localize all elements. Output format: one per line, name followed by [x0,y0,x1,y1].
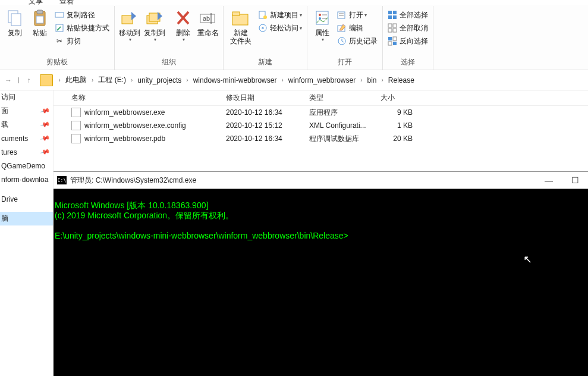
svg-rect-33 [393,29,397,32]
edit-button[interactable]: 编辑 [335,21,380,35]
file-row[interactable]: winform_webbrowser.exe.config 2020-10-12… [54,119,588,132]
tab-share[interactable]: 文享 [29,0,43,7]
svg-rect-34 [388,37,392,40]
copy-to-icon [145,8,164,27]
edit-icon [337,23,347,33]
svg-rect-3 [37,10,43,14]
shortcut-icon [55,23,64,33]
col-type[interactable]: 类型 [304,93,376,103]
minimize-button[interactable]: — [536,171,562,189]
pin-icon: 📌 [40,146,51,157]
ribbon-group-organize: 移动到▾ 复制到▾ 删除▾ ab 重命名 组织 [115,6,224,70]
open-icon [337,10,347,20]
svg-rect-4 [36,16,43,23]
svg-rect-26 [388,11,392,14]
paste-button[interactable]: 粘贴 [27,7,52,37]
cmd-line: (c) 2019 Microsoft Corporation。保留所有权利。 [55,211,587,221]
svg-rect-7 [122,15,133,24]
copy-icon [5,8,24,27]
nav-up-button[interactable]: ↑ [22,73,36,87]
column-headers[interactable]: 名称 修改日期 类型 大小 [54,90,588,106]
history-button[interactable]: 历史记录 [335,35,380,48]
cmd-body[interactable]: Microsoft Windows [版本 10.0.18363.900](c)… [54,189,588,376]
exe-icon [71,108,81,117]
svg-point-19 [319,14,321,16]
sidebar-item[interactable]: 面📌 [0,104,53,118]
sidebar-item-selected[interactable]: 脑 [0,212,53,225]
file-row[interactable]: winform_webbrowser.exe 2020-10-12 16:34 … [54,106,588,119]
svg-rect-13 [232,14,248,25]
copy-button[interactable]: 复制 [2,7,27,37]
cut-button[interactable]: ✂剪切 [52,35,112,48]
cmd-window: C:\ 管理员: C:\Windows\System32\cmd.exe — ☐… [54,171,588,376]
properties-button[interactable]: 属性▾ [310,7,335,42]
new-item-button[interactable]: 新建项目▾ [256,8,304,21]
new-folder-icon [231,8,250,27]
svg-point-16 [263,15,267,19]
select-all-button[interactable]: 全部选择 [385,8,430,21]
crumb-6[interactable]: Release [386,75,417,86]
ribbon-group-open: 属性▾ 打开▾ 编辑 历史记录 打开 [307,6,383,70]
maximize-button[interactable]: ☐ [562,171,588,189]
invert-selection-button[interactable]: 反向选择 [385,35,430,48]
crumb-drive[interactable]: 工程 (E:) [96,74,128,86]
easy-access-icon [258,23,268,33]
select-all-icon [388,10,397,20]
sidebar-item[interactable]: tures📌 [0,145,53,159]
svg-rect-30 [388,24,392,27]
folder-icon [40,74,53,86]
cmd-line: Microsoft Windows [版本 10.0.18363.900] [55,200,587,211]
crumb-3[interactable]: windows-mini-webbrowser [191,75,279,86]
nav-forward-button[interactable]: → [1,73,15,87]
ribbon: 复制 粘贴 复制路径 粘贴快捷方式 ✂剪切 剪贴板 移动到▾ [0,5,588,70]
properties-icon [313,8,332,27]
copy-path-button[interactable]: 复制路径 [52,8,112,21]
sidebar-item[interactable]: 载📌 [0,118,53,131]
select-none-icon [388,23,397,33]
col-date[interactable]: 修改日期 [221,93,304,103]
col-size[interactable]: 大小 [376,93,417,103]
breadcrumb[interactable]: › 此电脑› 工程 (E:)› unity_projects› windows-… [56,74,417,86]
path-icon [55,10,64,20]
open-button[interactable]: 打开▾ [335,8,380,21]
easy-access-button[interactable]: 轻松访问▾ [256,21,304,35]
tab-view[interactable]: 查看 [59,0,74,7]
cmd-titlebar[interactable]: C:\ 管理员: C:\Windows\System32\cmd.exe — ☐ [54,171,588,189]
move-to-button[interactable]: 移动到▾ [117,7,142,42]
new-folder-button[interactable]: 新建 文件夹 [226,7,256,45]
history-icon [337,36,347,46]
svg-rect-5 [55,12,64,17]
svg-rect-27 [393,11,397,14]
rename-button[interactable]: ab 重命名 [196,7,221,37]
scissors-icon: ✂ [55,36,64,46]
paste-icon [30,8,49,27]
copy-to-button[interactable]: 复制到▾ [142,7,167,42]
pin-icon: 📌 [40,105,51,116]
sidebar-item[interactable]: 访问 [0,90,53,104]
paste-shortcut-button[interactable]: 粘贴快捷方式 [52,21,112,35]
sidebar: 访问 面📌 载📌 cuments📌 tures📌 QGameDemo nform… [0,90,54,376]
pin-icon: 📌 [40,119,51,130]
crumb-pc[interactable]: 此电脑 [63,74,89,86]
svg-rect-18 [316,11,328,24]
crumb-5[interactable]: bin [364,75,379,86]
sidebar-item[interactable]: QGameDemo [0,159,53,173]
svg-rect-32 [388,29,392,32]
address-bar: → | ↑ › 此电脑› 工程 (E:)› unity_projects› wi… [0,70,588,90]
cmd-prompt: E:\unity_projects\windows-mini-webbrowse… [55,231,587,241]
crumb-4[interactable]: winform_webbrowser [286,75,358,86]
crumb-2[interactable]: unity_projects [135,75,184,86]
col-name[interactable]: 名称 [67,93,221,103]
pin-icon: 📌 [40,133,51,143]
sidebar-item[interactable]: cuments📌 [0,131,53,145]
sidebar-item[interactable]: nform-downloa [0,173,53,186]
svg-rect-1 [11,14,21,26]
delete-button[interactable]: 删除▾ [171,7,196,42]
file-row[interactable]: winform_webbrowser.pdb 2020-10-12 16:34 … [54,132,588,145]
rename-icon: ab [199,8,218,27]
sidebar-item[interactable]: Drive [0,192,53,206]
svg-rect-35 [393,37,397,40]
svg-rect-36 [388,42,392,45]
select-none-button[interactable]: 全部取消 [385,21,430,35]
svg-rect-37 [393,42,397,45]
